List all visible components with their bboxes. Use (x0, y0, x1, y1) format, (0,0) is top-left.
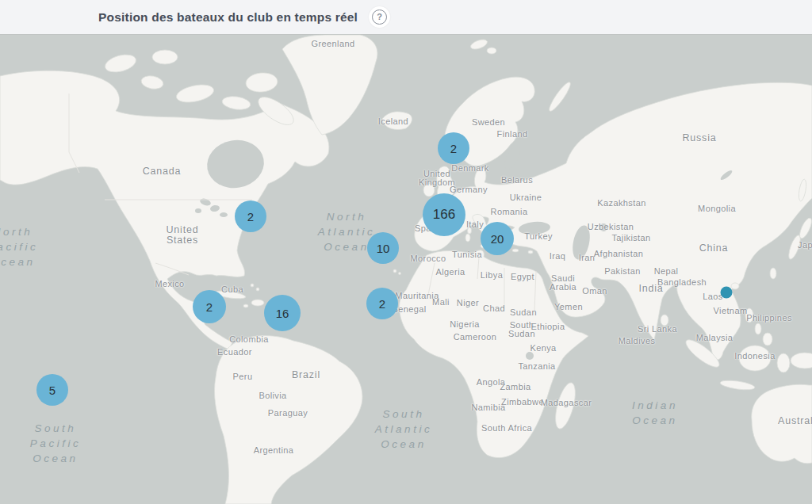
boat-marker[interactable] (721, 287, 733, 299)
cluster-count: 2 (450, 142, 457, 155)
boat-cluster-marker[interactable]: 166 (423, 193, 465, 236)
cluster-count: 5 (49, 384, 56, 397)
boat-cluster-marker[interactable]: 5 (36, 374, 68, 406)
boat-cluster-marker[interactable]: 10 (367, 232, 399, 264)
question-mark-icon: ? (372, 10, 387, 25)
cluster-count: 20 (491, 232, 504, 246)
boat-cluster-marker[interactable]: 16 (264, 295, 301, 331)
page-title: Position des bateaux du club en temps ré… (98, 10, 358, 25)
boat-cluster-marker[interactable]: 2 (193, 290, 226, 323)
boat-cluster-marker[interactable]: 2 (235, 200, 266, 232)
world-map[interactable]: North Pacific OceanNorth Atlantic OceanS… (0, 0, 812, 504)
cluster-count: 2 (247, 210, 254, 223)
cluster-count: 166 (433, 207, 455, 223)
boat-cluster-marker[interactable]: 20 (481, 222, 514, 255)
boat-position-widget: North Pacific OceanNorth Atlantic OceanS… (0, 0, 812, 504)
cluster-count: 2 (379, 297, 385, 311)
help-button[interactable]: ? (369, 6, 390, 28)
map-land-layer (0, 0, 812, 504)
header: Position des bateaux du club en temps ré… (0, 0, 812, 34)
cluster-count: 16 (276, 307, 289, 320)
boat-cluster-marker[interactable]: 2 (366, 288, 398, 319)
cluster-count: 2 (206, 300, 213, 314)
cluster-count: 10 (377, 242, 390, 255)
boat-cluster-marker[interactable]: 2 (438, 132, 469, 164)
